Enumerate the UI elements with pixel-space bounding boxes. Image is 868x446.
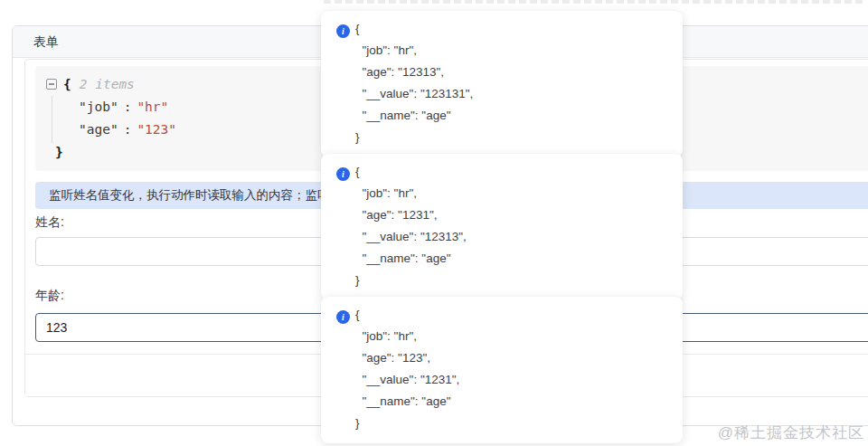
cutoff-toast-remnant <box>324 0 863 4</box>
toast-notification[interactable]: i { "job": "hr", "age": "1231", "__value… <box>321 154 683 300</box>
info-alert-text: 监听姓名值变化，执行动作时读取输入的内容；监听年龄 <box>49 188 354 202</box>
json-colon: : <box>118 100 137 114</box>
json-value: "123" <box>137 122 176 137</box>
json-close-brace: } <box>55 145 63 159</box>
toast-json-line: "age": "123", <box>355 347 665 369</box>
info-icon: i <box>336 167 350 181</box>
toast-notification[interactable]: i { "job": "hr", "age": "123", "__value"… <box>321 297 683 443</box>
toast-json-line: { <box>355 304 665 326</box>
toast-json-line: "__name": "age" <box>355 248 665 270</box>
toast-json-line: "__value": "123131", <box>355 83 665 105</box>
toast-json-line: "job": "hr", <box>355 40 665 62</box>
json-open-brace: { <box>63 77 71 91</box>
toast-json-line: } <box>355 127 665 148</box>
name-field-label: 姓名: <box>35 214 64 231</box>
watermark: @稀土掘金技术社区 <box>718 422 864 443</box>
toast-json-line: "job": "hr", <box>355 183 665 204</box>
json-items-count: 2 items <box>80 77 135 91</box>
age-field-label: 年龄: <box>35 288 64 304</box>
json-key: "job" <box>79 100 118 114</box>
toast-json-line: { <box>355 161 665 183</box>
toast-json-line: "age": "12313", <box>355 62 665 83</box>
toast-json-line: "age": "1231", <box>355 204 665 226</box>
json-colon: : <box>118 122 137 137</box>
toast-notification[interactable]: i { "job": "hr", "age": "12313", "__valu… <box>321 11 683 157</box>
json-key: "age" <box>79 122 118 137</box>
toast-json-line: { <box>355 18 665 40</box>
toast-json-line: "job": "hr", <box>355 326 665 347</box>
info-icon: i <box>336 310 350 324</box>
toast-json-line: } <box>355 413 665 434</box>
toast-json-line: } <box>355 270 665 291</box>
json-value: "hr" <box>137 100 168 114</box>
collapse-minus-icon[interactable] <box>46 79 57 90</box>
toast-json-line: "__value": "1231", <box>355 369 665 391</box>
info-icon: i <box>336 24 350 38</box>
panel-title: 表单 <box>33 34 59 49</box>
toast-json-line: "__value": "12313", <box>355 226 665 248</box>
toast-json-line: "__name": "age" <box>355 105 665 127</box>
toast-json-line: "__name": "age" <box>355 391 665 413</box>
